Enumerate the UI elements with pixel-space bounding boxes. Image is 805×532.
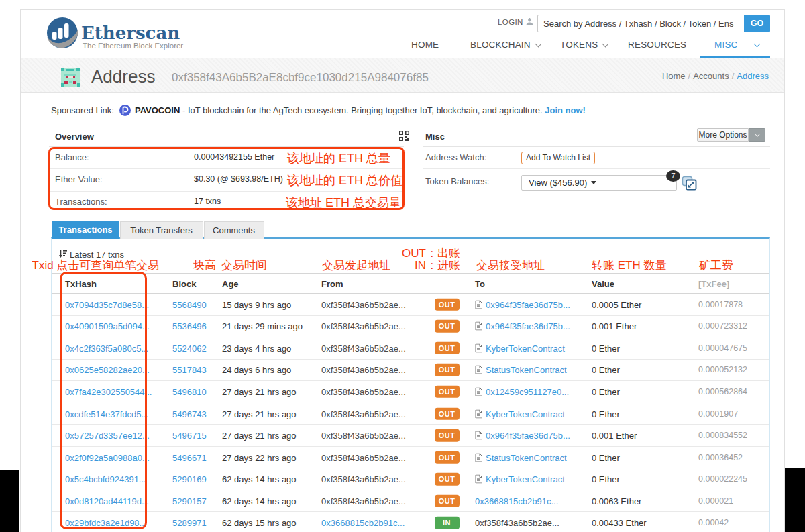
direction-badge-out: OUT: [435, 494, 460, 507]
document-icon: [475, 475, 482, 484]
col-header-from: From: [321, 279, 343, 289]
block-link[interactable]: 5517843: [172, 365, 207, 375]
to-address-link[interactable]: KyberTokenContract: [486, 409, 565, 419]
login-label: LOGIN: [498, 18, 523, 26]
nav-item-misc-caret[interactable]: [755, 40, 759, 50]
sponsored-link-row: Sponsored Link:PAVOCOIN - IoT blockchain…: [51, 105, 586, 116]
age-value: 21 days 29 mins ago: [222, 321, 303, 331]
from-address-link[interactable]: 0x3668815cb2b91c...: [321, 518, 405, 528]
direction-badge-out: OUT: [435, 320, 460, 333]
to-address-link[interactable]: 0x964f35fae36d75b...: [486, 321, 570, 331]
value-cell: 0 Ether: [592, 409, 620, 419]
nav-item-misc[interactable]: MISC: [714, 40, 738, 50]
block-link[interactable]: 5568490: [172, 299, 207, 309]
sponsored-cta-link[interactable]: Join now!: [545, 105, 586, 115]
to-address-link[interactable]: StatusTokenContract: [486, 365, 567, 375]
direction-badge-out: OUT: [435, 299, 460, 311]
more-options-button[interactable]: More Options: [697, 128, 749, 142]
more-options-caret-button[interactable]: [749, 128, 765, 142]
to-address-link[interactable]: 0x3668815cb2b91c...: [475, 496, 558, 506]
value-cell: 0.001 Ether: [592, 321, 637, 331]
nav-item-resources[interactable]: RESOURCES: [628, 40, 686, 50]
age-value: 27 days 22 hrs ago: [222, 452, 297, 462]
age-value: 62 days 14 hrs ago: [222, 496, 297, 506]
etherscan-logo-icon[interactable]: [46, 17, 78, 48]
col-header-txfee: [TxFee]: [698, 279, 729, 289]
sponsored-brand[interactable]: PAVOCOIN: [135, 105, 180, 115]
block-link[interactable]: 5536496: [172, 321, 207, 331]
txfee-cell: 0.000022245: [698, 474, 747, 484]
add-to-watch-list-button[interactable]: Add To Watch List: [521, 152, 595, 164]
col-header-block: Block: [172, 279, 196, 289]
address-hash: 0xf358f43A6b5B2aE8cbf9ce1030d215A984076f…: [172, 71, 429, 85]
chevron-down-icon: [535, 41, 541, 48]
address-watch-label: Address Watch:: [425, 152, 486, 162]
txfee-cell: 0.000562864: [698, 387, 747, 396]
block-link[interactable]: 5496671: [172, 452, 207, 462]
document-icon: [475, 366, 482, 374]
from-cell: 0xf358f43a6b5b2ae...: [321, 496, 406, 506]
nav-item-blockchain[interactable]: BLOCKCHAIN: [470, 40, 541, 50]
to-address-link[interactable]: KyberTokenContract: [486, 474, 565, 484]
from-address: 0xf358f43a6b5b2ae...: [321, 496, 406, 506]
misc-title: Misc: [425, 131, 445, 142]
from-cell: 0xf358f43a6b5b2ae...: [321, 321, 406, 331]
block-link[interactable]: 5290157: [172, 496, 207, 506]
document-icon: [475, 431, 482, 440]
brand-tagline: The Ethereum Block Explorer: [83, 42, 183, 50]
block-link[interactable]: 5496743: [172, 409, 207, 419]
block-link[interactable]: 5496810: [172, 386, 207, 396]
block-link[interactable]: 5524062: [172, 343, 207, 353]
tab-comments[interactable]: Comments: [204, 221, 264, 239]
dropdown-caret-icon: [591, 181, 596, 184]
annotation-fee: 矿工费: [699, 258, 733, 273]
age-value: 62 days 15 hrs ago: [222, 518, 297, 528]
from-address: 0xf358f43a6b5b2ae...: [321, 431, 406, 441]
txfee-cell: 0.000052132: [698, 365, 747, 374]
to-cell: StatusTokenContract: [475, 365, 567, 375]
direction-badge-out: OUT: [435, 342, 460, 355]
breadcrumb-separator: /: [686, 71, 694, 81]
nav-item-tokens[interactable]: TOKENS: [560, 40, 608, 50]
block-link[interactable]: 5289971: [172, 518, 207, 528]
to-address-link[interactable]: 0x964f35fae36d75b...: [486, 431, 570, 441]
breadcrumb: Home/Accounts/Address: [662, 71, 769, 81]
breadcrumb-accounts[interactable]: Accounts: [693, 71, 729, 81]
block-link[interactable]: 5290169: [172, 474, 207, 484]
page-title: Address: [91, 66, 155, 87]
go-button[interactable]: GO: [744, 15, 770, 32]
page-container: Etherscan The Ethereum Block Explorer LO…: [20, 9, 785, 532]
to-address-link[interactable]: KyberTokenContract: [486, 343, 565, 353]
document-icon: [475, 322, 482, 331]
document-icon: [475, 300, 482, 309]
to-cell: 0x3668815cb2b91c...: [475, 496, 558, 506]
value-cell: 0 Ether: [592, 365, 620, 375]
nav-item-home[interactable]: HOME: [411, 40, 439, 50]
to-address-link[interactable]: StatusTokenContract: [486, 452, 567, 462]
search-input[interactable]: [537, 15, 744, 32]
to-cell: 0x12459c951127e0...: [475, 386, 569, 396]
token-balances-dropdown[interactable]: View ($456.90): [521, 175, 677, 191]
login-button[interactable]: LOGIN: [498, 18, 533, 26]
transaction-row: 0x7094d35c7d8e58...556849015 days 9 hrs …: [52, 294, 770, 316]
sponsored-text: - IoT blockchain for the AgTech ecosyste…: [180, 105, 545, 115]
value-cell: 0 Ether: [592, 386, 620, 396]
expand-panel-icon[interactable]: [682, 176, 697, 191]
tab-token-transfers[interactable]: Token Transfers: [120, 221, 203, 239]
txfee-cell: 0.00017878: [698, 300, 743, 309]
from-cell: 0xf358f43a6b5b2ae...: [321, 452, 406, 462]
breadcrumb-home[interactable]: Home: [662, 71, 686, 81]
from-address: 0xf358f43a6b5b2ae...: [321, 365, 406, 375]
direction-badge-out: OUT: [435, 429, 460, 442]
transaction-row: 0x0625e58282ae20...551784324 days 6 hrs …: [52, 360, 770, 382]
tab-transactions[interactable]: Transactions: [52, 221, 119, 239]
qr-code-icon[interactable]: [399, 131, 409, 141]
brand-name[interactable]: Etherscan: [81, 23, 180, 43]
breadcrumb-address: Address: [737, 71, 769, 81]
transaction-row: 0x0d8120ad44119d...529015762 days 14 hrs…: [52, 490, 770, 513]
to-address-link[interactable]: 0x964f35fae36d75b...: [486, 299, 570, 309]
from-address: 0xf358f43a6b5b2ae...: [321, 321, 406, 331]
block-link[interactable]: 5496715: [172, 431, 207, 441]
to-address-link[interactable]: 0x12459c951127e0...: [486, 386, 569, 396]
direction-badge-out: OUT: [435, 386, 460, 398]
